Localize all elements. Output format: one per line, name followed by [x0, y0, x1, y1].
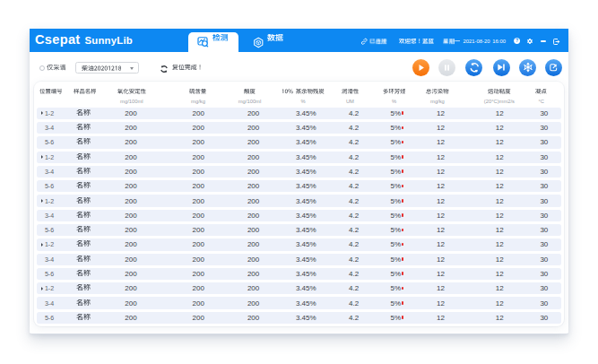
svg-text:?: ?	[516, 39, 518, 44]
